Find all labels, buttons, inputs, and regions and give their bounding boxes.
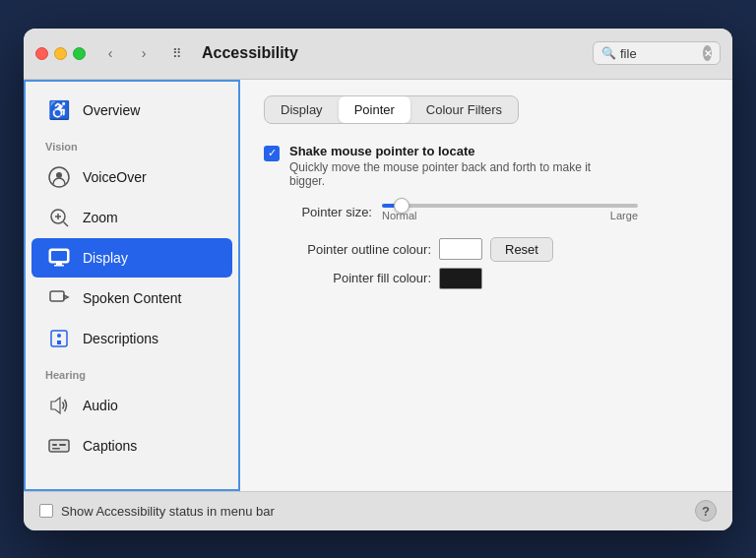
zoom-icon	[45, 204, 73, 231]
sidebar: ♿ Overview Vision VoiceOver	[24, 80, 240, 491]
svg-rect-14	[49, 440, 69, 452]
shake-mouse-title: Shake mouse pointer to locate	[289, 144, 624, 158]
svg-rect-10	[50, 291, 64, 301]
sidebar-item-spoken-content[interactable]: Spoken Content	[32, 279, 232, 318]
grid-button[interactable]: ⠿	[164, 40, 190, 66]
overview-icon: ♿	[45, 96, 73, 124]
reset-button[interactable]: Reset	[490, 237, 553, 262]
audio-label: Audio	[83, 398, 118, 413]
status-bar-label: Show Accessibility status in menu bar	[61, 504, 687, 519]
svg-line-3	[64, 221, 69, 226]
sidebar-item-display[interactable]: Display	[32, 238, 232, 278]
spoken-content-icon	[45, 284, 73, 312]
descriptions-label: Descriptions	[83, 331, 158, 346]
pointer-fill-label: Pointer fill colour:	[274, 271, 431, 285]
sidebar-item-label: Overview	[83, 102, 140, 118]
captions-icon	[45, 432, 73, 460]
section-label-hearing: Hearing	[26, 359, 238, 385]
audio-icon	[45, 392, 73, 419]
slider-min-label: Normal	[382, 210, 416, 221]
back-button[interactable]: ‹	[97, 40, 123, 66]
tab-display[interactable]: Display	[265, 96, 339, 123]
sidebar-item-voiceover[interactable]: VoiceOver	[32, 157, 232, 197]
sidebar-item-audio[interactable]: Audio	[32, 386, 232, 425]
tab-colour-filters[interactable]: Colour Filters	[410, 96, 518, 123]
spoken-content-label: Spoken Content	[83, 290, 181, 306]
content-area: Display Pointer Colour Filters ✓ Shake m…	[240, 80, 732, 491]
voiceover-label: VoiceOver	[83, 169, 147, 185]
minimize-button[interactable]	[54, 47, 67, 60]
pointer-size-slider[interactable]	[382, 204, 638, 208]
svg-rect-16	[59, 444, 66, 446]
sidebar-item-captions[interactable]: Captions	[32, 426, 232, 465]
clear-search-button[interactable]: ✕	[703, 45, 712, 61]
pointer-size-label: Pointer size:	[264, 205, 372, 219]
svg-marker-13	[51, 398, 60, 413]
zoom-label: Zoom	[83, 210, 118, 225]
pointer-size-container: Normal Large	[382, 204, 638, 221]
status-bar-checkbox[interactable]	[39, 504, 53, 518]
search-icon: 🔍	[601, 46, 616, 60]
display-icon	[45, 244, 73, 272]
help-button[interactable]: ?	[695, 500, 717, 522]
forward-button[interactable]: ›	[131, 40, 157, 66]
main-window: ‹ › ⠿ Accessibility 🔍 ✕ ♿ Overview Visio…	[24, 29, 732, 530]
shake-mouse-description: Quickly move the mouse pointer back and …	[289, 160, 624, 188]
svg-rect-8	[56, 263, 62, 265]
pointer-fill-swatch[interactable]	[439, 268, 482, 289]
slider-max-label: Large	[610, 210, 638, 221]
bottombar: Show Accessibility status in menu bar ?	[24, 491, 732, 530]
captions-label: Captions	[83, 438, 137, 454]
descriptions-icon	[45, 325, 73, 352]
display-label: Display	[83, 250, 128, 266]
tab-bar: Display Pointer Colour Filters	[264, 95, 519, 124]
shake-mouse-checkbox[interactable]: ✓	[264, 146, 280, 161]
svg-rect-7	[51, 251, 67, 261]
close-button[interactable]	[35, 47, 48, 60]
pointer-size-row: Pointer size: Normal Large	[264, 204, 709, 221]
maximize-button[interactable]	[73, 47, 86, 60]
svg-rect-17	[52, 448, 60, 450]
sidebar-item-overview[interactable]: ♿ Overview	[32, 91, 232, 130]
voiceover-icon	[45, 163, 73, 191]
search-bar: 🔍 ✕	[593, 41, 721, 65]
section-label-vision: Vision	[26, 131, 238, 156]
svg-rect-15	[52, 444, 57, 446]
main-content: ♿ Overview Vision VoiceOver	[24, 80, 732, 491]
traffic-lights	[35, 47, 86, 60]
shake-mouse-text: Shake mouse pointer to locate Quickly mo…	[289, 144, 624, 188]
svg-point-1	[56, 172, 62, 178]
search-input[interactable]	[620, 46, 699, 61]
slider-tick-labels: Normal Large	[382, 210, 638, 221]
sidebar-item-zoom[interactable]: Zoom	[32, 198, 232, 237]
sidebar-item-descriptions[interactable]: Descriptions	[32, 319, 232, 358]
window-title: Accessibility	[202, 44, 585, 62]
svg-point-12	[57, 334, 61, 338]
titlebar: ‹ › ⠿ Accessibility 🔍 ✕	[24, 29, 732, 80]
tab-pointer[interactable]: Pointer	[339, 96, 410, 123]
svg-rect-9	[54, 265, 64, 267]
shake-mouse-row: ✓ Shake mouse pointer to locate Quickly …	[264, 144, 709, 188]
pointer-outline-swatch[interactable]	[439, 238, 482, 260]
pointer-outline-label: Pointer outline colour:	[274, 242, 431, 257]
